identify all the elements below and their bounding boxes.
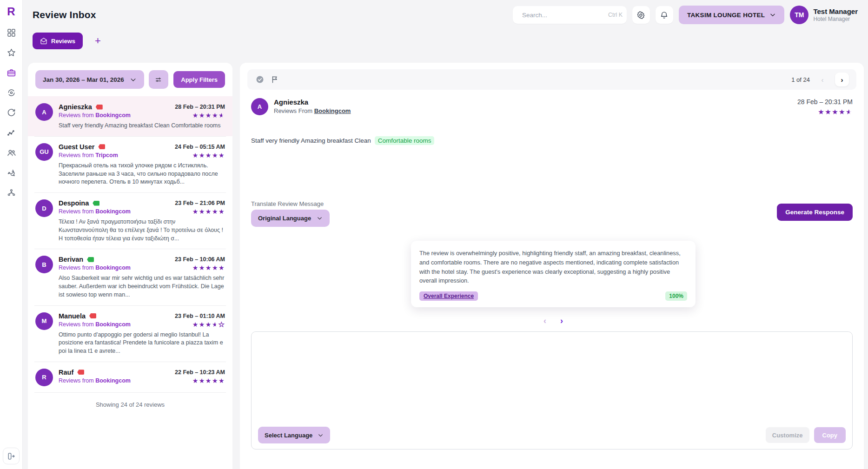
review-snippet: Also Sauberkeit war mir sehr wichtig und… — [59, 274, 225, 299]
reviewer-name: Agnieszka — [274, 98, 351, 106]
star-rating: ★★★★★ — [192, 321, 225, 328]
hotel-selector[interactable]: TAKSIM LOUNGE HOTEL — [679, 6, 784, 24]
review-date: 24 Feb – 05:15 AM — [175, 144, 225, 150]
sidebar-item-chat[interactable] — [6, 167, 17, 178]
star-icon: ★ — [205, 152, 212, 159]
star-icon: ★ — [832, 108, 839, 116]
detail-pagination-count: 1 of 24 — [791, 76, 810, 83]
sidebar-item-care[interactable] — [6, 87, 17, 98]
analytics-icon — [7, 128, 16, 138]
flag-icon — [271, 75, 279, 84]
notifications-button[interactable] — [656, 6, 673, 24]
customize-button[interactable]: Customize — [766, 427, 809, 443]
response-language-value: Select Language — [265, 432, 312, 439]
review-list-item[interactable]: D Despoina 23 Feb – 21:06 PM Reviews fro… — [28, 192, 232, 249]
detail-toolbar: 1 of 24 ‹ › — [247, 69, 856, 90]
review-list-panel: Jan 30, 2026 – Mar 01, 2026 Apply Filter… — [28, 63, 232, 469]
user-avatar: TM — [790, 6, 808, 24]
sidebar-item-grid[interactable] — [6, 27, 17, 38]
translate-language-select[interactable]: Original Language — [251, 210, 330, 227]
star-icon: ★ — [199, 321, 205, 328]
star-icon: ★ — [839, 108, 846, 116]
filter-options-button[interactable] — [149, 70, 168, 89]
previous-review-button[interactable]: ‹ — [815, 73, 829, 86]
review-list-item[interactable]: R Rauf 22 Feb – 10:23 AM Reviews from Bo… — [28, 362, 232, 392]
review-list-item[interactable]: GU Guest User 24 Feb – 05:15 AM Reviews … — [28, 136, 232, 192]
date-range-picker[interactable]: Jan 30, 2026 – Mar 01, 2026 — [35, 70, 144, 89]
apply-filters-button[interactable]: Apply Filters — [173, 71, 225, 88]
add-tab-button[interactable]: + — [95, 35, 101, 47]
star-icon: ★ — [199, 112, 205, 119]
review-list-item[interactable]: B Berivan 23 Feb – 10:06 AM Reviews from… — [28, 249, 232, 305]
care-icon — [7, 88, 16, 98]
analysis-previous-button[interactable]: ‹ — [543, 316, 546, 326]
star-icon: ★ — [219, 264, 225, 271]
analysis-next-button[interactable]: › — [560, 316, 563, 326]
star-icon: ★ — [219, 112, 225, 119]
settings-button[interactable] — [632, 6, 650, 24]
star-icon: ★ — [212, 377, 219, 384]
translate-label: Translate Review Message — [251, 200, 324, 207]
grid-icon — [7, 28, 16, 38]
user-role: Hotel Manager — [813, 16, 858, 22]
reviewer-avatar: A — [251, 98, 268, 115]
copy-button[interactable]: Copy — [814, 427, 846, 443]
country-flag-icon — [89, 313, 96, 318]
star-icon: ★ — [192, 264, 199, 271]
star-icon — [7, 48, 16, 58]
analysis-category-tag[interactable]: Overall Experience — [419, 291, 478, 301]
tab-reviews[interactable]: Reviews — [33, 33, 83, 49]
source-link[interactable]: Bookingcom — [314, 107, 351, 114]
review-source: Reviews from Bookingcom — [59, 112, 131, 119]
chevron-down-icon — [317, 215, 323, 221]
sidebar-item-star[interactable] — [6, 47, 17, 58]
star-icon: ★ — [212, 208, 219, 215]
briefcase-icon — [7, 68, 16, 78]
response-compose-box: Select Language Customize Copy — [251, 331, 853, 449]
review-snippet: Ottimo punto d'appoggio per godersi al m… — [59, 331, 225, 356]
star-icon: ★ — [825, 108, 832, 116]
highlighted-phrase[interactable]: Comfortable rooms — [375, 136, 435, 145]
star-icon: ★ — [192, 377, 199, 384]
sidebar-item-users[interactable] — [6, 147, 17, 158]
ai-analysis-text: The review is overwhelmingly positive, h… — [419, 249, 687, 285]
star-rating: ★★★★★ — [192, 152, 225, 159]
star-rating: ★★★★★ — [192, 112, 225, 119]
app-logo[interactable]: R — [4, 5, 18, 19]
star-icon: ★ — [205, 264, 212, 271]
star-rating: ★★★★★ — [192, 208, 225, 215]
date-range-label: Jan 30, 2026 – Mar 01, 2026 — [43, 76, 124, 83]
mark-resolved-button[interactable] — [255, 74, 265, 85]
review-date: 22 Feb – 10:23 AM — [175, 369, 225, 376]
sidebar-item-network[interactable] — [6, 187, 17, 198]
review-list-item[interactable]: M Manuela 23 Feb – 01:10 AM Reviews from… — [28, 305, 232, 362]
flag-review-button[interactable] — [270, 74, 280, 85]
sidebar-item-briefcase[interactable] — [6, 67, 17, 78]
star-icon: ★ — [192, 321, 199, 328]
sidebar-item-analytics[interactable] — [6, 127, 17, 138]
review-date: 23 Feb – 21:06 PM — [175, 200, 225, 206]
review-list-item[interactable]: A Agnieszka 28 Feb – 20:31 PM Reviews fr… — [28, 96, 232, 136]
reviewer-name: Berivan — [59, 256, 83, 263]
response-language-select[interactable]: Select Language — [258, 427, 330, 443]
search-box[interactable]: Ctrl K — [513, 6, 627, 24]
next-review-button[interactable]: › — [835, 73, 849, 86]
review-snippet: Τέλεια ! Αν ξανά πραγματοποιήσω ταξίδι σ… — [59, 218, 225, 243]
response-textarea[interactable] — [252, 332, 852, 421]
reviewer-avatar: A — [35, 103, 53, 121]
star-icon: ★ — [219, 152, 225, 159]
sidebar-rail: R — [0, 0, 22, 469]
star-icon: ★ — [192, 152, 199, 159]
sidebar-item-refresh[interactable] — [6, 107, 17, 118]
review-snippet: Прекрасный отель на тихой улочке рядом с… — [59, 162, 225, 186]
users-icon — [7, 148, 16, 158]
generate-response-button[interactable]: Generate Response — [777, 204, 853, 221]
review-source: Reviews from Tripcom — [59, 152, 118, 159]
user-menu[interactable]: TM Test Manager Hotel Manager — [790, 6, 858, 24]
reviewer-name: Rauf — [59, 369, 73, 376]
detail-header: A Agnieszka Reviews From Bookingcom 28 F… — [251, 98, 853, 116]
analysis-score-badge: 100% — [665, 291, 687, 301]
search-input[interactable] — [522, 12, 604, 19]
review-date: 23 Feb – 01:10 AM — [175, 313, 225, 319]
collapse-sidebar-button[interactable] — [3, 448, 20, 464]
